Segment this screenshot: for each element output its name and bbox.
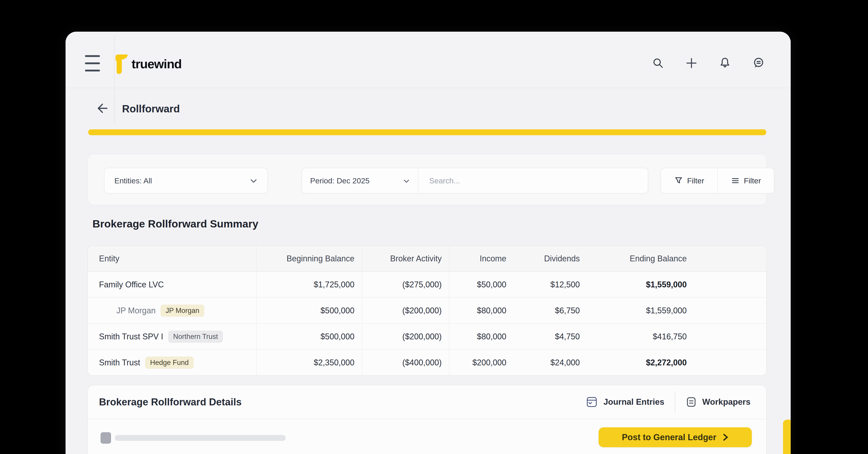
col-header-dividends: Dividends <box>514 246 587 272</box>
page-title: Rollforward <box>122 103 180 115</box>
cell-broker-activity: ($200,000) <box>362 324 449 350</box>
chat-icon[interactable] <box>749 53 768 73</box>
filter-list-button[interactable]: Filter <box>718 168 774 193</box>
details-title: Brokerage Rollforward Details <box>99 396 242 407</box>
chevron-down-icon <box>403 176 410 185</box>
search-icon[interactable] <box>648 53 668 73</box>
workpapers-icon <box>686 396 697 407</box>
accent-divider-bar <box>88 129 766 135</box>
post-button-label: Post to General Ledger <box>622 432 716 442</box>
period-search-group: Period: Dec 2025 <box>302 168 648 193</box>
cell-income: $80,000 <box>449 324 514 350</box>
chevron-right-icon <box>722 433 728 442</box>
post-to-general-ledger-button[interactable]: Post to General Ledger <box>598 427 752 447</box>
cell-ending-balance: $1,559,000 <box>587 272 694 298</box>
col-header-broker-activity: Broker Activity <box>362 246 449 272</box>
table-row[interactable]: Smith Trust SPV I Northern Trust $500,00… <box>88 324 767 350</box>
cell-beginning-balance: $2,350,000 <box>256 350 362 375</box>
drag-handle[interactable] <box>101 432 111 444</box>
period-dropdown-label: Period: Dec 2025 <box>310 176 370 185</box>
table-row[interactable]: JP Morgan JP Morgan $500,000 ($200,000) … <box>88 298 767 324</box>
details-body: Post to General Ledger <box>88 419 766 454</box>
cell-dividends: $12,500 <box>514 272 587 298</box>
cell-dividends: $6,750 <box>514 298 587 324</box>
actions-divider <box>675 391 675 413</box>
filter-funnel-label: Filter <box>687 176 704 185</box>
filter-toolbar: Entities: All Period: Dec 2025 Filter <box>88 154 767 205</box>
details-card: Brokerage Rollforward Details Journal En… <box>88 385 767 454</box>
col-header-ending-balance: Ending Balance <box>587 246 694 272</box>
edge-accent-bar <box>783 420 791 454</box>
brand-logo[interactable]: truewind <box>114 53 182 74</box>
workpapers-button[interactable]: Workpapers <box>686 396 750 407</box>
table-row[interactable]: Family Office LVC $1,725,000 ($275,000) … <box>88 272 767 298</box>
summary-title: Brokerage Rollforward Summary <box>92 217 258 230</box>
cell-income: $200,000 <box>449 350 514 375</box>
cell-beginning-balance: $500,000 <box>256 298 362 324</box>
chevron-down-icon <box>250 176 257 185</box>
summary-table-card: Entity Beginning Balance Broker Activity… <box>88 245 767 376</box>
logo-t-icon <box>114 53 129 74</box>
summary-table: Entity Beginning Balance Broker Activity… <box>88 246 767 375</box>
entities-dropdown-label: Entities: All <box>114 176 152 185</box>
plus-icon[interactable] <box>682 53 701 73</box>
cell-income: $50,000 <box>449 272 514 298</box>
arrow-left-icon <box>95 101 110 116</box>
cell-income: $80,000 <box>449 298 514 324</box>
cell-beginning-balance: $500,000 <box>256 324 362 350</box>
cell-ending-balance: $416,750 <box>587 324 694 350</box>
search-field-wrap <box>418 168 648 193</box>
table-header-row: Entity Beginning Balance Broker Activity… <box>88 246 767 272</box>
funnel-icon <box>674 176 683 185</box>
entities-dropdown[interactable]: Entities: All <box>104 168 268 193</box>
table-row[interactable]: Smith Trust Hedge Fund $2,350,000 ($400,… <box>88 350 767 375</box>
cell-dividends: $4,750 <box>514 324 587 350</box>
custodian-badge: JP Morgan <box>160 305 204 317</box>
col-header-income: Income <box>449 246 514 272</box>
top-bar: truewind <box>66 32 791 88</box>
period-dropdown[interactable]: Period: Dec 2025 <box>302 168 418 193</box>
col-header-beginning-balance: Beginning Balance <box>256 246 362 272</box>
workpapers-label: Workpapers <box>702 397 750 407</box>
entity-name: JP Morgan <box>116 306 156 315</box>
menu-icon[interactable] <box>85 55 100 72</box>
sidebar-rail-divider <box>114 36 115 124</box>
cell-beginning-balance: $1,725,000 <box>256 272 362 298</box>
cell-ending-balance: $2,272,000 <box>587 350 694 375</box>
details-header: Brokerage Rollforward Details Journal En… <box>88 385 766 419</box>
cell-broker-activity: ($400,000) <box>362 350 449 375</box>
lines-icon <box>731 176 740 185</box>
journal-entries-icon <box>586 396 598 408</box>
journal-entries-button[interactable]: Journal Entries <box>586 396 664 408</box>
topbar-icons <box>648 53 768 73</box>
filter-list-label: Filter <box>744 176 761 185</box>
details-actions: Journal Entries Workpapers <box>586 391 750 413</box>
filter-funnel-button[interactable]: Filter <box>661 168 718 193</box>
cell-dividends: $24,000 <box>514 350 587 375</box>
entity-name: Smith Trust <box>99 358 140 367</box>
progress-bar <box>115 435 286 441</box>
brand-name: truewind <box>131 53 182 74</box>
filter-buttons-group: Filter Filter <box>660 168 774 193</box>
search-input[interactable] <box>429 176 638 185</box>
cell-ending-balance: $1,559,000 <box>587 298 694 324</box>
entity-name: Family Office LVC <box>99 280 164 289</box>
app-window: truewind Rollforward Entities: All <box>66 32 791 454</box>
cell-broker-activity: ($200,000) <box>362 298 449 324</box>
custodian-badge: Northern Trust <box>168 331 223 343</box>
bell-icon[interactable] <box>715 53 735 73</box>
entity-name: Smith Trust SPV I <box>99 332 163 341</box>
back-button[interactable] <box>94 100 110 116</box>
col-header-entity: Entity <box>88 246 256 272</box>
journal-entries-label: Journal Entries <box>603 397 664 407</box>
custodian-badge: Hedge Fund <box>145 357 194 369</box>
cell-broker-activity: ($275,000) <box>362 272 449 298</box>
